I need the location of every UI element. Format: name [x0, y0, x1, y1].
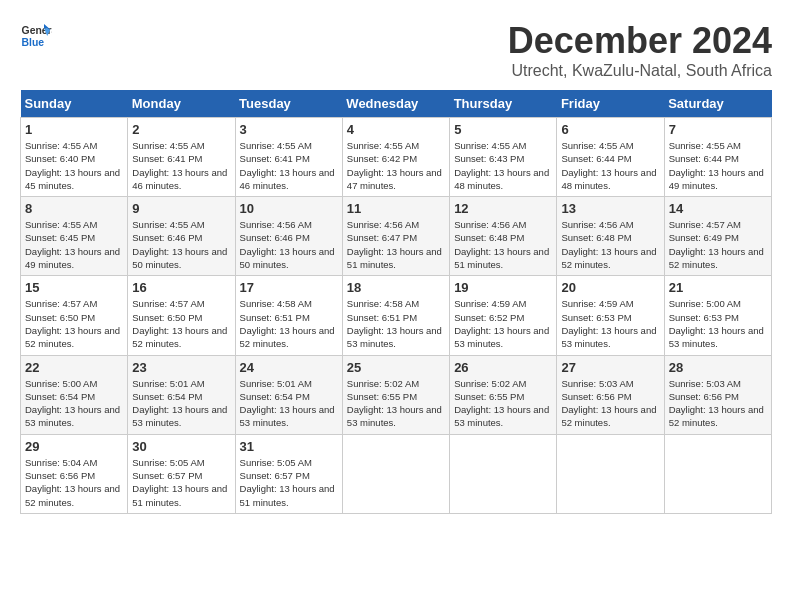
day-number: 22	[25, 360, 123, 375]
table-row: 15 Sunrise: 4:57 AM Sunset: 6:50 PM Dayl…	[21, 276, 128, 355]
col-tuesday: Tuesday	[235, 90, 342, 118]
day-info: Sunrise: 5:00 AM Sunset: 6:53 PM Dayligh…	[669, 297, 767, 350]
table-row: 29 Sunrise: 5:04 AM Sunset: 6:56 PM Dayl…	[21, 434, 128, 513]
table-row: 28 Sunrise: 5:03 AM Sunset: 6:56 PM Dayl…	[664, 355, 771, 434]
table-row: 11 Sunrise: 4:56 AM Sunset: 6:47 PM Dayl…	[342, 197, 449, 276]
table-row: 23 Sunrise: 5:01 AM Sunset: 6:54 PM Dayl…	[128, 355, 235, 434]
day-info: Sunrise: 4:55 AM Sunset: 6:44 PM Dayligh…	[561, 139, 659, 192]
day-number: 9	[132, 201, 230, 216]
day-number: 5	[454, 122, 552, 137]
table-row: 25 Sunrise: 5:02 AM Sunset: 6:55 PM Dayl…	[342, 355, 449, 434]
day-number: 31	[240, 439, 338, 454]
col-wednesday: Wednesday	[342, 90, 449, 118]
day-info: Sunrise: 5:05 AM Sunset: 6:57 PM Dayligh…	[240, 456, 338, 509]
day-number: 2	[132, 122, 230, 137]
table-row: 17 Sunrise: 4:58 AM Sunset: 6:51 PM Dayl…	[235, 276, 342, 355]
day-number: 24	[240, 360, 338, 375]
header-row: Sunday Monday Tuesday Wednesday Thursday…	[21, 90, 772, 118]
day-info: Sunrise: 5:01 AM Sunset: 6:54 PM Dayligh…	[132, 377, 230, 430]
day-info: Sunrise: 5:01 AM Sunset: 6:54 PM Dayligh…	[240, 377, 338, 430]
day-number: 1	[25, 122, 123, 137]
calendar-week-row: 8 Sunrise: 4:55 AM Sunset: 6:45 PM Dayli…	[21, 197, 772, 276]
day-info: Sunrise: 4:57 AM Sunset: 6:49 PM Dayligh…	[669, 218, 767, 271]
table-row: 20 Sunrise: 4:59 AM Sunset: 6:53 PM Dayl…	[557, 276, 664, 355]
table-row: 18 Sunrise: 4:58 AM Sunset: 6:51 PM Dayl…	[342, 276, 449, 355]
col-sunday: Sunday	[21, 90, 128, 118]
table-row: 12 Sunrise: 4:56 AM Sunset: 6:48 PM Dayl…	[450, 197, 557, 276]
table-row: 6 Sunrise: 4:55 AM Sunset: 6:44 PM Dayli…	[557, 118, 664, 197]
day-number: 23	[132, 360, 230, 375]
table-row: 3 Sunrise: 4:55 AM Sunset: 6:41 PM Dayli…	[235, 118, 342, 197]
table-row: 16 Sunrise: 4:57 AM Sunset: 6:50 PM Dayl…	[128, 276, 235, 355]
day-info: Sunrise: 4:55 AM Sunset: 6:43 PM Dayligh…	[454, 139, 552, 192]
day-info: Sunrise: 4:57 AM Sunset: 6:50 PM Dayligh…	[132, 297, 230, 350]
day-info: Sunrise: 4:55 AM Sunset: 6:46 PM Dayligh…	[132, 218, 230, 271]
table-row: 1 Sunrise: 4:55 AM Sunset: 6:40 PM Dayli…	[21, 118, 128, 197]
day-info: Sunrise: 4:58 AM Sunset: 6:51 PM Dayligh…	[347, 297, 445, 350]
day-number: 6	[561, 122, 659, 137]
calendar-week-row: 15 Sunrise: 4:57 AM Sunset: 6:50 PM Dayl…	[21, 276, 772, 355]
table-row: 27 Sunrise: 5:03 AM Sunset: 6:56 PM Dayl…	[557, 355, 664, 434]
day-number: 13	[561, 201, 659, 216]
table-row: 5 Sunrise: 4:55 AM Sunset: 6:43 PM Dayli…	[450, 118, 557, 197]
day-info: Sunrise: 4:55 AM Sunset: 6:44 PM Dayligh…	[669, 139, 767, 192]
day-info: Sunrise: 5:03 AM Sunset: 6:56 PM Dayligh…	[669, 377, 767, 430]
calendar-week-row: 22 Sunrise: 5:00 AM Sunset: 6:54 PM Dayl…	[21, 355, 772, 434]
table-row: 13 Sunrise: 4:56 AM Sunset: 6:48 PM Dayl…	[557, 197, 664, 276]
day-number: 27	[561, 360, 659, 375]
month-title: December 2024	[508, 20, 772, 62]
table-row	[342, 434, 449, 513]
day-info: Sunrise: 5:03 AM Sunset: 6:56 PM Dayligh…	[561, 377, 659, 430]
day-number: 8	[25, 201, 123, 216]
page-header: General Blue December 2024 Utrecht, KwaZ…	[20, 20, 772, 80]
day-info: Sunrise: 5:04 AM Sunset: 6:56 PM Dayligh…	[25, 456, 123, 509]
day-info: Sunrise: 4:59 AM Sunset: 6:52 PM Dayligh…	[454, 297, 552, 350]
day-info: Sunrise: 5:02 AM Sunset: 6:55 PM Dayligh…	[347, 377, 445, 430]
day-number: 3	[240, 122, 338, 137]
day-info: Sunrise: 4:56 AM Sunset: 6:46 PM Dayligh…	[240, 218, 338, 271]
day-number: 16	[132, 280, 230, 295]
day-number: 4	[347, 122, 445, 137]
col-friday: Friday	[557, 90, 664, 118]
day-info: Sunrise: 4:56 AM Sunset: 6:48 PM Dayligh…	[561, 218, 659, 271]
calendar-week-row: 1 Sunrise: 4:55 AM Sunset: 6:40 PM Dayli…	[21, 118, 772, 197]
day-info: Sunrise: 4:55 AM Sunset: 6:42 PM Dayligh…	[347, 139, 445, 192]
day-number: 15	[25, 280, 123, 295]
logo: General Blue	[20, 20, 52, 52]
table-row: 31 Sunrise: 5:05 AM Sunset: 6:57 PM Dayl…	[235, 434, 342, 513]
table-row: 7 Sunrise: 4:55 AM Sunset: 6:44 PM Dayli…	[664, 118, 771, 197]
day-number: 20	[561, 280, 659, 295]
day-number: 19	[454, 280, 552, 295]
calendar-table: Sunday Monday Tuesday Wednesday Thursday…	[20, 90, 772, 514]
table-row: 9 Sunrise: 4:55 AM Sunset: 6:46 PM Dayli…	[128, 197, 235, 276]
table-row	[557, 434, 664, 513]
calendar-week-row: 29 Sunrise: 5:04 AM Sunset: 6:56 PM Dayl…	[21, 434, 772, 513]
day-number: 11	[347, 201, 445, 216]
day-number: 29	[25, 439, 123, 454]
location: Utrecht, KwaZulu-Natal, South Africa	[508, 62, 772, 80]
table-row: 24 Sunrise: 5:01 AM Sunset: 6:54 PM Dayl…	[235, 355, 342, 434]
day-info: Sunrise: 4:55 AM Sunset: 6:41 PM Dayligh…	[240, 139, 338, 192]
day-info: Sunrise: 5:05 AM Sunset: 6:57 PM Dayligh…	[132, 456, 230, 509]
day-info: Sunrise: 4:55 AM Sunset: 6:45 PM Dayligh…	[25, 218, 123, 271]
table-row: 22 Sunrise: 5:00 AM Sunset: 6:54 PM Dayl…	[21, 355, 128, 434]
day-number: 17	[240, 280, 338, 295]
day-info: Sunrise: 5:00 AM Sunset: 6:54 PM Dayligh…	[25, 377, 123, 430]
table-row: 2 Sunrise: 4:55 AM Sunset: 6:41 PM Dayli…	[128, 118, 235, 197]
table-row: 21 Sunrise: 5:00 AM Sunset: 6:53 PM Dayl…	[664, 276, 771, 355]
day-info: Sunrise: 4:57 AM Sunset: 6:50 PM Dayligh…	[25, 297, 123, 350]
day-info: Sunrise: 5:02 AM Sunset: 6:55 PM Dayligh…	[454, 377, 552, 430]
day-number: 21	[669, 280, 767, 295]
day-number: 18	[347, 280, 445, 295]
day-number: 10	[240, 201, 338, 216]
day-info: Sunrise: 4:58 AM Sunset: 6:51 PM Dayligh…	[240, 297, 338, 350]
col-thursday: Thursday	[450, 90, 557, 118]
table-row: 4 Sunrise: 4:55 AM Sunset: 6:42 PM Dayli…	[342, 118, 449, 197]
day-info: Sunrise: 4:59 AM Sunset: 6:53 PM Dayligh…	[561, 297, 659, 350]
title-section: December 2024 Utrecht, KwaZulu-Natal, So…	[508, 20, 772, 80]
col-monday: Monday	[128, 90, 235, 118]
table-row	[450, 434, 557, 513]
day-number: 12	[454, 201, 552, 216]
day-number: 26	[454, 360, 552, 375]
day-info: Sunrise: 4:56 AM Sunset: 6:47 PM Dayligh…	[347, 218, 445, 271]
